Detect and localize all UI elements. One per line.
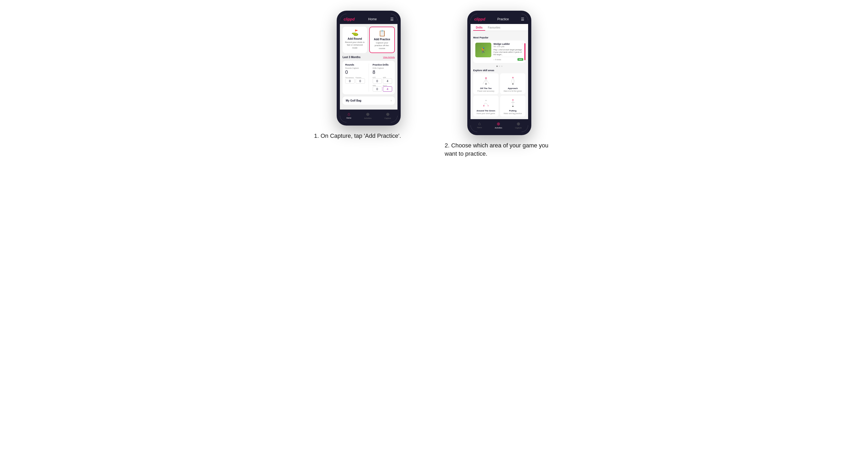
phone1-bottom-nav: ⌂ Home ⊕ Activities ⊕ Capture [340,110,398,122]
nav-home[interactable]: ⌂ Home [346,112,351,119]
phone1-section: clippd Home ☰ ⛳ Add Round Record your sh… [314,11,423,140]
tab-drills[interactable]: Drills [473,24,485,31]
arg-value: 0 [373,86,382,92]
activities-icon: ⊕ [366,112,370,117]
putting-title: Putting [502,110,523,112]
caption1: 1. On Capture, tap 'Add Practice'. [314,132,423,140]
drills-title: Practice Drills [373,63,393,66]
phone1-logo: clippd [344,17,354,21]
stats-divider [369,63,369,92]
putting-icon [507,98,518,108]
nav-activities[interactable]: ⊕ Activities [364,112,372,119]
add-round-title: Add Round [345,37,365,40]
featured-drill-subtitle: 50–100 yds [493,45,523,48]
approach-title: Approach [502,87,523,90]
rounds-capture-label: Rounds Capture [345,67,365,69]
phone2-menu-icon[interactable]: ☰ [521,17,524,21]
phone2-home-icon: ⌂ [478,121,481,126]
skill-off-the-tee[interactable]: Off The Tee Power and accuracy [473,73,498,94]
phone2-capture-icon: ⊕ [517,121,520,126]
add-practice-desc: Capture your practice off-the-course [372,41,392,50]
rounds-title: Rounds [345,63,365,66]
nav-capture-label: Capture [384,117,391,119]
svg-point-7 [483,105,485,106]
putt-value: 4 [383,86,392,92]
my-golf-bag-text: My Golf Bag [346,99,361,102]
phone2-frame: clippd Practice ☰ Drills Favourites Most… [467,11,531,135]
arg-stat: ARG 0 [373,85,382,92]
phone1-header-title: Home [368,17,377,21]
pagination-dots [473,66,525,67]
off-the-tee-title: Off The Tee [475,87,496,90]
phone2-nav-activities[interactable]: ⊕ Activities [495,121,502,129]
add-practice-title: Add Practice [372,38,392,41]
putting-desc: Make and lag practice [502,113,523,114]
add-practice-icon: 📋 [372,30,392,37]
shots-count: ○ 9 shots [493,59,501,61]
practice-value: 0 [355,79,365,84]
svg-point-8 [488,105,489,106]
view-activity-link[interactable]: View Activity [383,56,395,58]
add-round-icon: ⛳ [345,29,365,36]
around-green-icon [480,98,491,108]
tournament-stat: Tournament 0 [345,77,354,84]
action-cards: ⛳ Add Round Record your shots in fast or… [343,27,395,53]
phone1-menu-icon[interactable]: ☰ [390,17,394,21]
star-icon[interactable]: ☆ [521,43,523,45]
drills-capture-value: 8 [373,69,393,75]
dot-3 [501,66,502,67]
featured-drill-image: 🏌️ [475,43,491,57]
off-the-tee-desc: Power and accuracy [475,90,496,92]
phone2-logo: clippd [474,17,485,21]
phone2-nav-capture[interactable]: ⊕ Capture [515,121,522,129]
explore-title: Explore skill areas [473,69,525,72]
stats-row: Rounds Rounds Capture 0 Tournament 0 [345,63,392,92]
off-the-tee-icon [480,75,491,86]
home-icon: ⌂ [348,112,350,117]
dot-2 [499,66,500,67]
phone1-screen: clippd Home ☰ ⛳ Add Round Record your sh… [340,14,398,122]
drills-mini-grid: OTT 0 APP 4 ARG 0 [373,77,393,92]
add-round-desc: Record your shots in fast or enhanced mo… [345,41,365,49]
drills-column: Practice Drills Drills Capture 8 OTT 0 [373,63,393,92]
rounds-mini-grid: Tournament 0 Practice 0 [345,77,365,84]
featured-drill-title: Wedge Ladder [493,43,510,45]
tabs-row: Drills Favourites [470,24,528,31]
practice-content: Most Popular 🏌️ Wedge Ladder ☆ [470,34,528,119]
skill-grid: Off The Tee Power and accuracy [473,73,525,117]
phone2-nav-home[interactable]: ⌂ Home [477,121,482,129]
around-green-title: Around The Green [475,110,496,112]
add-practice-card[interactable]: 📋 Add Practice Capture your practice off… [369,27,395,53]
phone2-bottom-nav: ⌂ Home ⊕ Activities ⊕ Capture [470,119,528,132]
ott-value: 0 [373,79,382,84]
my-golf-bag[interactable]: My Golf Bag › [343,96,395,105]
accent-bar [524,43,525,60]
nav-capture[interactable]: ⊕ Capture [384,112,391,119]
chevron-right-icon: › [391,99,392,102]
svg-point-5 [512,77,514,79]
tabs-container: Drills Favourites [470,24,528,31]
last3months-header: Last 3 Months View Activity [343,56,395,59]
nav-home-label: Home [346,117,351,119]
app-badge: APP [518,58,523,61]
tournament-value: 0 [345,79,354,84]
skill-putting[interactable]: Putting Make and lag practice [500,96,525,117]
add-round-card[interactable]: ⛳ Add Round Record your shots in fast or… [343,27,367,53]
approach-icon [507,75,518,86]
skill-approach[interactable]: Approach Dial-in to hit the green [500,73,525,94]
rounds-column: Rounds Rounds Capture 0 Tournament 0 [345,63,365,92]
around-green-desc: Hone your short game [475,113,496,114]
featured-drill-card[interactable]: 🏌️ Wedge Ladder ☆ 50–100 yds Play 1 shot… [473,40,525,63]
last3months-label: Last 3 Months [343,56,361,59]
phone2-screen: clippd Practice ☰ Drills Favourites Most… [470,14,528,132]
phone2-section: clippd Practice ☰ Drills Favourites Most… [445,11,554,158]
phone2-activities-icon: ⊕ [497,121,500,126]
svg-point-9 [486,100,487,101]
practice-stat: Practice 0 [355,77,365,84]
svg-point-12 [513,106,514,107]
app-value: 4 [383,79,392,84]
tab-favourites[interactable]: Favourites [485,24,503,31]
skill-around-green[interactable]: Around The Green Hone your short game [473,96,498,117]
putt-stat: PUTT 4 [383,85,392,92]
featured-drill-footer: ○ 9 shots APP [493,57,523,61]
